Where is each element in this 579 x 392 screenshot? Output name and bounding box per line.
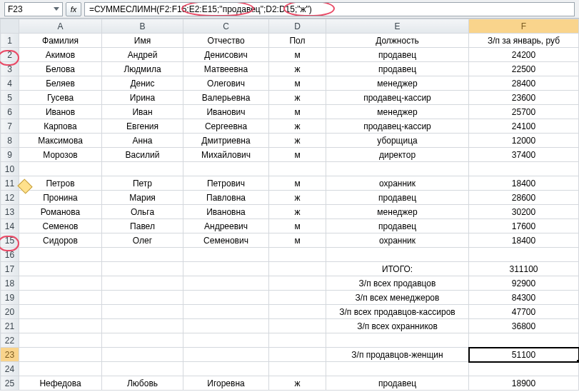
- cell[interactable]: менеджер: [326, 105, 469, 119]
- cell[interactable]: 47700: [469, 305, 579, 319]
- cell[interactable]: [102, 348, 183, 362]
- row-header[interactable]: 25: [1, 376, 19, 391]
- cell[interactable]: [102, 305, 183, 319]
- row-header[interactable]: 20: [1, 305, 19, 319]
- cell[interactable]: 22500: [469, 62, 579, 76]
- cell[interactable]: [183, 248, 269, 262]
- cell[interactable]: Игоревна: [183, 376, 269, 391]
- row-header[interactable]: 18: [1, 276, 19, 291]
- row-header[interactable]: 21: [1, 319, 19, 333]
- cell[interactable]: Денисович: [183, 48, 269, 62]
- cell[interactable]: м: [269, 105, 326, 119]
- cell[interactable]: Иван: [102, 105, 183, 119]
- cell[interactable]: Имя: [102, 34, 183, 48]
- cell[interactable]: Мария: [102, 191, 183, 205]
- cell[interactable]: [469, 162, 579, 176]
- row-header[interactable]: 9: [1, 148, 19, 162]
- cell[interactable]: Олег: [102, 233, 183, 248]
- cell[interactable]: З/п всех продавцов: [326, 276, 469, 291]
- cell[interactable]: 92900: [469, 276, 579, 291]
- cell[interactable]: [269, 291, 326, 305]
- cell[interactable]: Петров: [19, 176, 102, 191]
- row-header[interactable]: 8: [1, 134, 19, 148]
- row-header[interactable]: 12: [1, 191, 19, 205]
- cell[interactable]: Сергеевна: [183, 119, 269, 134]
- row-header[interactable]: 13: [1, 205, 19, 219]
- formula-bar[interactable]: =СУММЕСЛИМН(F2:F15;E2:E15;"продавец";D2:…: [84, 2, 575, 16]
- cell[interactable]: Сидоров: [19, 233, 102, 248]
- cell[interactable]: Михайлович: [183, 148, 269, 162]
- cell[interactable]: 28400: [469, 76, 579, 91]
- row-header[interactable]: 2: [1, 48, 19, 62]
- cell[interactable]: Андреевич: [183, 219, 269, 233]
- cell[interactable]: [19, 305, 102, 319]
- cell[interactable]: ИТОГО:: [326, 262, 469, 276]
- cell[interactable]: [102, 162, 183, 176]
- cell[interactable]: З/п всех продавцов-кассиров: [326, 305, 469, 319]
- cell[interactable]: ж: [269, 376, 326, 391]
- cell[interactable]: ж: [269, 62, 326, 76]
- cell[interactable]: Ирина: [102, 91, 183, 105]
- row-header[interactable]: 10: [1, 162, 19, 176]
- cell[interactable]: [326, 248, 469, 262]
- cell[interactable]: [19, 262, 102, 276]
- cell[interactable]: Любовь: [102, 376, 183, 391]
- row-header[interactable]: 6: [1, 105, 19, 119]
- cell[interactable]: 12000: [469, 134, 579, 148]
- cell[interactable]: [269, 162, 326, 176]
- cell[interactable]: 84300: [469, 291, 579, 305]
- cell[interactable]: [102, 362, 183, 376]
- cell[interactable]: Пол: [269, 34, 326, 48]
- cell[interactable]: [269, 362, 326, 376]
- cell[interactable]: 36800: [469, 319, 579, 333]
- col-header-F[interactable]: F: [469, 19, 579, 34]
- cell[interactable]: [469, 362, 579, 376]
- col-header-C[interactable]: C: [183, 19, 269, 34]
- cell[interactable]: Иванович: [183, 105, 269, 119]
- row-header[interactable]: 14: [1, 219, 19, 233]
- cell[interactable]: Василий: [102, 148, 183, 162]
- row-header[interactable]: 22: [1, 333, 19, 348]
- row-header[interactable]: 3: [1, 62, 19, 76]
- cell[interactable]: [183, 262, 269, 276]
- cell[interactable]: Анна: [102, 134, 183, 148]
- cell[interactable]: охранник: [326, 176, 469, 191]
- cell[interactable]: 18900: [469, 376, 579, 391]
- cell[interactable]: [102, 262, 183, 276]
- cell[interactable]: продавец: [326, 376, 469, 391]
- cell[interactable]: Павловна: [183, 191, 269, 205]
- cell[interactable]: Андрей: [102, 48, 183, 62]
- cell[interactable]: Матвеевна: [183, 62, 269, 76]
- cell[interactable]: 37400: [469, 148, 579, 162]
- cell[interactable]: Пронина: [19, 191, 102, 205]
- cell[interactable]: [469, 248, 579, 262]
- cell[interactable]: [19, 319, 102, 333]
- cell[interactable]: [326, 362, 469, 376]
- cell[interactable]: [19, 333, 102, 348]
- cell[interactable]: 311100: [469, 262, 579, 276]
- cell[interactable]: Акимов: [19, 48, 102, 62]
- cell[interactable]: Отчество: [183, 34, 269, 48]
- cell[interactable]: [183, 348, 269, 362]
- cell[interactable]: [269, 305, 326, 319]
- cell[interactable]: 25700: [469, 105, 579, 119]
- cell[interactable]: [183, 319, 269, 333]
- cell[interactable]: Должность: [326, 34, 469, 48]
- cell[interactable]: продавец: [326, 191, 469, 205]
- cell[interactable]: [269, 276, 326, 291]
- cell[interactable]: [269, 262, 326, 276]
- cell[interactable]: [183, 362, 269, 376]
- cell[interactable]: Петрович: [183, 176, 269, 191]
- cell[interactable]: директор: [326, 148, 469, 162]
- cell[interactable]: [19, 162, 102, 176]
- col-header-D[interactable]: D: [269, 19, 326, 34]
- row-header[interactable]: 7: [1, 119, 19, 134]
- cell[interactable]: [19, 291, 102, 305]
- cell[interactable]: м: [269, 48, 326, 62]
- cell[interactable]: 24200: [469, 48, 579, 62]
- cell[interactable]: ж: [269, 119, 326, 134]
- cell[interactable]: уборщица: [326, 134, 469, 148]
- row-header[interactable]: 16: [1, 248, 19, 262]
- select-all-corner[interactable]: [1, 19, 19, 34]
- cell[interactable]: [19, 276, 102, 291]
